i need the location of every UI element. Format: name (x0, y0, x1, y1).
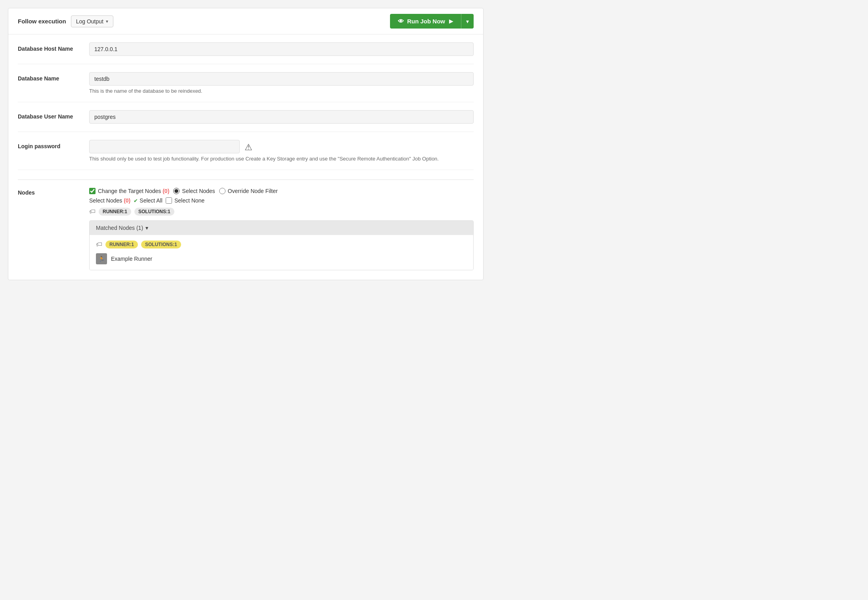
db-user-row: Database User Name (18, 102, 474, 132)
node-name: Example Runner (111, 256, 152, 262)
run-job-label: Run Job Now (407, 18, 445, 25)
nodes-label: Nodes (18, 188, 89, 196)
form-body: Database Host Name Database Name This is… (8, 34, 483, 280)
select-none-container: Select None (166, 197, 205, 204)
select-all-label: Select All (140, 197, 163, 204)
db-name-content: This is the name of the database to be r… (89, 72, 474, 94)
run-job-dropdown-button[interactable]: ▾ (461, 14, 474, 29)
select-nodes-radio[interactable] (173, 188, 180, 194)
change-target-label: Change the Target Nodes (0) (98, 188, 169, 194)
login-pass-content: ⚠ This should only be used to test job f… (89, 140, 474, 162)
matched-tags-row: 🏷 RUNNER:1 SOLUTIONS:1 (96, 241, 467, 248)
node-icon-box: 🏃 (96, 253, 107, 264)
matched-nodes-label: Matched Nodes (1) (96, 225, 143, 231)
db-user-input[interactable] (89, 110, 474, 124)
override-radio-container: Override Node Filter (219, 188, 278, 194)
nodes-section: Nodes Change the Target Nodes (0) (18, 170, 474, 270)
login-pass-hint: This should only be used to test job fun… (89, 156, 474, 162)
tag-pill-solutions[interactable]: SOLUTIONS:1 (134, 208, 174, 216)
change-target-checkbox[interactable] (89, 188, 96, 194)
matched-tag-filter-icon: 🏷 (96, 241, 102, 248)
override-node-filter-radio[interactable] (219, 188, 226, 194)
db-host-input[interactable] (89, 42, 474, 56)
chevron-down-icon: ▾ (106, 19, 108, 24)
run-job-group: 👁 Run Job Now ▶ ▾ (390, 14, 474, 29)
login-pass-input[interactable] (89, 140, 240, 153)
db-name-hint: This is the name of the database to be r… (89, 88, 474, 94)
dropdown-chevron-icon: ▾ (466, 18, 469, 25)
override-label: Override Node Filter (228, 188, 278, 194)
db-host-label: Database Host Name (18, 42, 89, 52)
follow-execution-area: Follow execution Log Output ▾ (18, 15, 113, 27)
db-host-content (89, 42, 474, 56)
select-none-checkbox[interactable] (166, 197, 172, 204)
db-name-input[interactable] (89, 72, 474, 86)
select-none-label: Select None (174, 197, 205, 204)
change-target-count: (0) (163, 188, 169, 194)
nodes-controls-line2: Select Nodes (0) ✔ Select All Select Non… (89, 197, 474, 204)
matched-nodes-panel: Matched Nodes (1) ▾ 🏷 RUNNER:1 SOLUTIONS… (89, 220, 474, 270)
nodes-row: Nodes Change the Target Nodes (0) (18, 182, 474, 270)
play-icon: ▶ (449, 18, 453, 24)
select-nodes-sub-label: Select Nodes (0) (89, 197, 130, 204)
db-host-row: Database Host Name (18, 34, 474, 64)
db-user-content (89, 110, 474, 124)
select-all-link[interactable]: ✔ Select All (134, 197, 163, 204)
db-name-row: Database Name This is the name of the da… (18, 64, 474, 102)
matched-tag-solutions[interactable]: SOLUTIONS:1 (141, 241, 181, 248)
run-job-button[interactable]: 👁 Run Job Now ▶ (390, 14, 461, 29)
matched-tag-runner[interactable]: RUNNER:1 (105, 241, 138, 248)
checkmark-icon: ✔ (134, 198, 138, 204)
node-runner-icon: 🏃 (98, 256, 105, 262)
tag-filter-icon: 🏷 (89, 208, 96, 215)
log-output-label: Log Output (76, 18, 103, 25)
matched-nodes-chevron-icon: ▾ (145, 225, 148, 231)
change-target-checkbox-container: Change the Target Nodes (0) (89, 188, 169, 194)
login-pass-row: Login password ⚠ This should only be use… (18, 132, 474, 170)
node-row: 🏃 Example Runner (96, 253, 467, 264)
log-output-button[interactable]: Log Output ▾ (71, 15, 113, 27)
password-row: ⚠ (89, 140, 474, 153)
nodes-content: Change the Target Nodes (0) Select Nodes… (89, 188, 474, 270)
select-nodes-radio-container: Select Nodes (173, 188, 215, 194)
tag-filter-row: 🏷 RUNNER:1 SOLUTIONS:1 (89, 208, 474, 216)
matched-nodes-header[interactable]: Matched Nodes (1) ▾ (90, 221, 473, 235)
matched-nodes-body: 🏷 RUNNER:1 SOLUTIONS:1 🏃 Example Runner (90, 235, 473, 270)
tag-pill-runner[interactable]: RUNNER:1 (99, 208, 131, 216)
select-nodes-sub-count: (0) (124, 197, 130, 204)
follow-label: Follow execution (18, 18, 66, 25)
nodes-controls-line1: Change the Target Nodes (0) Select Nodes… (89, 188, 474, 194)
db-user-label: Database User Name (18, 110, 89, 120)
login-pass-label: Login password (18, 140, 89, 149)
select-nodes-radio-label: Select Nodes (182, 188, 215, 194)
warning-icon: ⚠ (245, 142, 252, 153)
top-bar: Follow execution Log Output ▾ 👁 Run Job … (8, 8, 483, 34)
eye-icon: 👁 (398, 18, 404, 25)
db-name-label: Database Name (18, 72, 89, 82)
